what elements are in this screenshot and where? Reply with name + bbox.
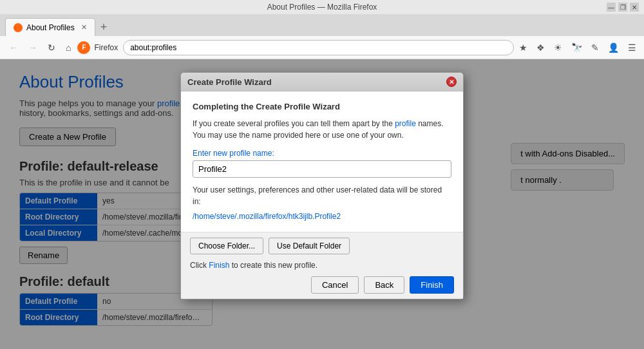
use-default-folder-button[interactable]: Use Default Folder [269,238,350,254]
bookmark-icon[interactable]: ★ [516,41,530,54]
forward-button[interactable]: → [24,40,41,55]
tab-favicon [14,23,23,32]
storage-text: Your user settings, preferences and othe… [193,184,451,207]
addon-icon[interactable]: 🔭 [569,41,585,54]
sync-icon[interactable]: ☀ [551,41,565,54]
profile-link: profile [395,119,416,128]
maximize-button[interactable]: ❐ [618,3,627,12]
firefox-logo: F [77,41,90,54]
choose-folder-button[interactable]: Choose Folder... [190,238,263,254]
title-bar: About Profiles — Mozilla Firefox — ❐ ✕ [0,0,644,14]
modal-description: If you create several profiles you can t… [193,118,451,141]
minimize-button[interactable]: — [607,3,616,12]
close-button[interactable]: ✕ [630,3,639,12]
firefox-label: Firefox [94,43,118,52]
modal-title: Create Profile Wizard [187,77,272,87]
tab-close-icon[interactable]: ✕ [81,23,87,32]
profile-name-label: Enter new profile name: [193,149,451,158]
tab-label: About Profiles [26,23,75,32]
nav-right-icons: ★ ❖ ☀ 🔭 ✎ 👤 ☰ [516,41,639,54]
storage-path[interactable]: /home/steve/.mozilla/firefox/htk3ijlb.Pr… [193,212,341,221]
nav-bar: ← → ↻ ⌂ F Firefox ★ ❖ ☀ 🔭 ✎ 👤 ☰ [0,36,644,59]
tab-about-profiles[interactable]: About Profiles ✕ [5,18,95,36]
window-controls: — ❐ ✕ [607,3,639,12]
main-content: About Profiles This page helps you to ma… [0,59,644,349]
menu-button[interactable]: ☰ [625,41,639,54]
profile-icon[interactable]: 👤 [605,41,621,54]
back-button[interactable]: Back [364,276,404,294]
modal-body: Completing the Create Profile Wizard If … [181,91,463,232]
pocket-icon[interactable]: ❖ [534,41,547,54]
modal-action-buttons: Cancel Back Finish [190,276,454,294]
screenshot-icon[interactable]: ✎ [589,41,601,54]
modal-section-title: Completing the Create Profile Wizard [193,102,451,111]
modal-title-bar: Create Profile Wizard ✕ [181,73,463,91]
modal-overlay: Create Profile Wizard ✕ Completing the C… [0,59,644,349]
finish-prefix: Click [190,261,209,270]
finish-text: Click Finish to create this new profile. [190,261,454,270]
tab-bar: About Profiles ✕ + [0,14,644,36]
window-title: About Profiles — Mozilla Firefox [267,3,377,12]
finish-suffix: to create this new profile. [229,261,317,270]
home-button[interactable]: ⌂ [62,40,75,55]
profile-name-input[interactable] [193,160,451,178]
finish-link: Finish [209,261,229,270]
new-tab-button[interactable]: + [95,18,113,36]
create-profile-wizard-modal: Create Profile Wizard ✕ Completing the C… [180,72,464,299]
cancel-button[interactable]: Cancel [311,276,359,294]
folder-buttons-area: Choose Folder... Use Default Folder [190,238,454,254]
url-bar[interactable] [123,40,514,55]
finish-button[interactable]: Finish [410,276,454,294]
modal-close-button[interactable]: ✕ [446,77,457,87]
modal-footer: Choose Folder... Use Default Folder Clic… [181,232,463,299]
back-button[interactable]: ← [5,40,22,55]
reload-button[interactable]: ↻ [44,40,59,55]
